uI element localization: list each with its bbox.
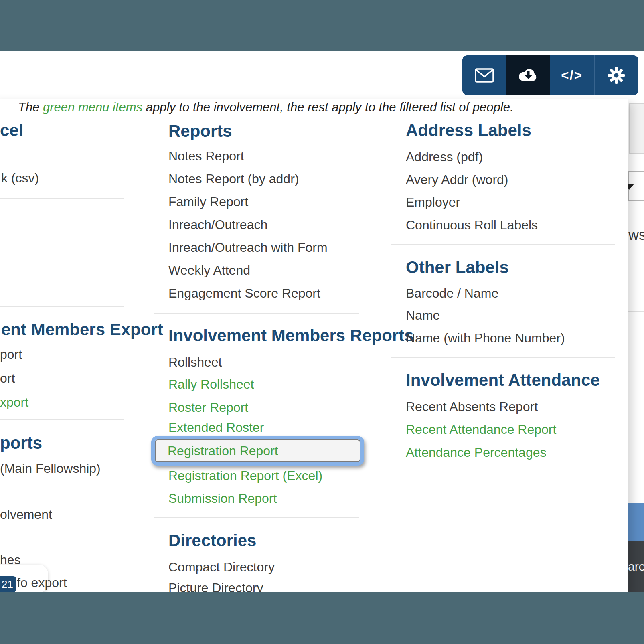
menu-item-notes-report[interactable]: Notes Report — [168, 149, 244, 163]
menu-item-rollsheet[interactable]: Rollsheet — [168, 355, 222, 369]
intro-post: apply to the involvement, the rest apply… — [142, 100, 513, 114]
code-button[interactable]: </> — [550, 55, 594, 95]
code-icon: </> — [561, 68, 583, 83]
menu-item-extended-roster[interactable]: Extended Roster — [168, 420, 264, 435]
menu-item-avery-addr-word[interactable]: Avery Addr (word) — [406, 172, 508, 187]
menu-item-registration-report-label: Registration Report — [155, 444, 278, 458]
email-button[interactable] — [462, 55, 506, 95]
divider — [154, 517, 359, 518]
settings-button[interactable] — [594, 55, 638, 95]
background-gray-panel — [629, 103, 644, 154]
menu-item-name[interactable]: Name — [406, 308, 440, 322]
divider — [391, 244, 615, 245]
menu-item-barcode-name[interactable]: Barcode / Name — [406, 286, 498, 300]
section-heading-reports: Reports — [168, 122, 232, 141]
envelope-icon — [475, 68, 494, 83]
menu-item-compact-directory[interactable]: Compact Directory — [168, 560, 275, 574]
divider — [0, 419, 124, 420]
menu-item-name-with-phone-number[interactable]: Name (with Phone Number) — [406, 331, 565, 345]
cloud-download-icon — [517, 67, 539, 83]
menu-heading-fragment: ports — [0, 433, 42, 453]
menu-item-inreach-outreach-with-form[interactable]: Inreach/Outreach with Form — [168, 240, 328, 255]
background-partial-text: ws — [628, 227, 644, 243]
menu-item-address-pdf[interactable]: Address (pdf) — [406, 150, 483, 164]
background-divider — [628, 257, 644, 257]
menu-item-fragment[interactable]: olvement — [0, 507, 52, 522]
highlighted-menu-item-registration-report[interactable]: Registration Report — [151, 436, 364, 466]
section-heading-involvement-attendance: Involvement Attendance — [406, 371, 600, 390]
menu-item-inreach-outreach[interactable]: Inreach/Outreach — [168, 217, 267, 232]
menu-item-engagement-score-report[interactable]: Engagement Score Report — [168, 286, 320, 300]
menu-item-submission-report[interactable]: Submission Report — [168, 491, 277, 506]
menu-heading-fragment: cel — [0, 121, 23, 140]
divider — [391, 357, 615, 358]
tooltip-text: are, — [628, 560, 644, 573]
export-dropdown-panel — [0, 99, 628, 593]
count-badge: 21 — [0, 576, 16, 592]
intro-pre: The — [18, 100, 43, 114]
intro-green-part: green menu items — [43, 100, 142, 114]
dropdown-intro-note: The green menu items apply to the involv… — [18, 100, 514, 115]
menu-item-employer[interactable]: Employer — [406, 195, 460, 209]
toolbar-button-group: </> — [462, 55, 638, 95]
menu-item-roster-report[interactable]: Roster Report — [168, 400, 248, 415]
menu-item-continuous-roll-labels[interactable]: Continuous Roll Labels — [406, 218, 538, 232]
gear-icon — [608, 67, 625, 84]
menu-item-recent-absents-report[interactable]: Recent Absents Report — [406, 399, 538, 414]
divider — [154, 313, 359, 314]
menu-item-rally-rollsheet[interactable]: Rally Rollsheet — [168, 377, 254, 391]
menu-item-fragment[interactable]: (Main Fellowship) — [0, 461, 101, 476]
menu-item-fragment[interactable]: xport — [0, 395, 28, 409]
top-teal-band — [0, 0, 644, 51]
menu-item-notes-report-by-addr[interactable]: Notes Report (by addr) — [168, 172, 299, 186]
menu-heading-fragment: ent Members Export — [1, 320, 163, 339]
menu-item-recent-attendance-report[interactable]: Recent Attendance Report — [406, 422, 556, 437]
background-divider — [628, 311, 644, 312]
section-heading-directories: Directories — [168, 531, 256, 550]
export-download-button[interactable] — [506, 55, 550, 95]
menu-item-attendance-percentages[interactable]: Attendance Percentages — [406, 445, 546, 460]
background-tooltip-fragment: are, — [628, 541, 644, 593]
divider — [0, 198, 124, 199]
menu-item-family-report[interactable]: Family Report — [168, 194, 248, 209]
background-blue-block — [628, 503, 644, 541]
bottom-teal-band — [0, 592, 644, 644]
section-heading-other-labels: Other Labels — [406, 258, 509, 277]
section-heading-address-labels: Address Labels — [406, 121, 531, 140]
menu-item-fragment[interactable]: k (csv) — [1, 171, 39, 185]
divider — [0, 306, 124, 307]
section-heading-involvement-members-reports: Involvement Members Reports — [168, 326, 414, 345]
menu-item-registration-report-excel[interactable]: Registration Report (Excel) — [168, 468, 322, 483]
menu-item-weekly-attend[interactable]: Weekly Attend — [168, 263, 250, 277]
menu-item-fragment[interactable]: port — [0, 347, 22, 362]
menu-item-fragment[interactable]: ort — [0, 371, 15, 385]
menu-item-fragment[interactable]: fo export — [17, 575, 67, 590]
